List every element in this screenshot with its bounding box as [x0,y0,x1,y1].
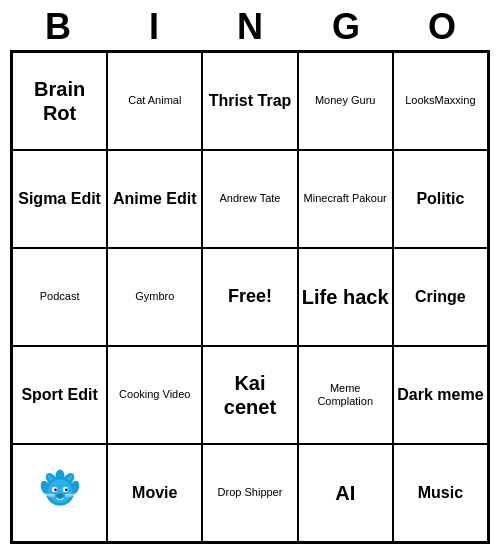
cell-2-0: Podcast [12,248,107,346]
cell-0-4: LooksMaxxing [393,52,488,150]
letter-g: G [306,6,386,48]
cell-2-4: Cringe [393,248,488,346]
svg-point-13 [56,493,63,498]
cell-3-2: Kai cenet [202,346,297,444]
bingo-header: B I N G O [10,0,490,50]
lion-icon [33,466,87,520]
letter-i: I [114,6,194,48]
cell-2-3: Life hack [298,248,393,346]
cell-0-0: Brain Rot [12,52,107,150]
cell-3-4: Dark meme [393,346,488,444]
cell-4-1: Movie [107,444,202,542]
cell-4-4: Music [393,444,488,542]
cell-free: Free! [202,248,297,346]
cell-0-3: Money Guru [298,52,393,150]
cell-1-4: Politic [393,150,488,248]
cell-0-1: Cat Animal [107,52,202,150]
letter-o: O [402,6,482,48]
letter-n: N [210,6,290,48]
cell-3-1: Cooking Video [107,346,202,444]
letter-b: B [18,6,98,48]
cell-4-2: Drop Shipper [202,444,297,542]
cell-1-2: Andrew Tate [202,150,297,248]
cell-0-2: Thrist Trap [202,52,297,150]
cell-3-3: Meme Complation [298,346,393,444]
cell-3-0: Sport Edit [12,346,107,444]
svg-point-12 [65,489,68,492]
cell-4-3: AI [298,444,393,542]
cell-1-0: Sigma Edit [12,150,107,248]
bingo-grid: Brain Rot Cat Animal Thrist Trap Money G… [10,50,490,544]
cell-1-3: Minecraft Pakour [298,150,393,248]
svg-point-11 [54,489,57,492]
cell-1-1: Anime Edit [107,150,202,248]
cell-4-0 [12,444,107,542]
cell-2-1: Gymbro [107,248,202,346]
